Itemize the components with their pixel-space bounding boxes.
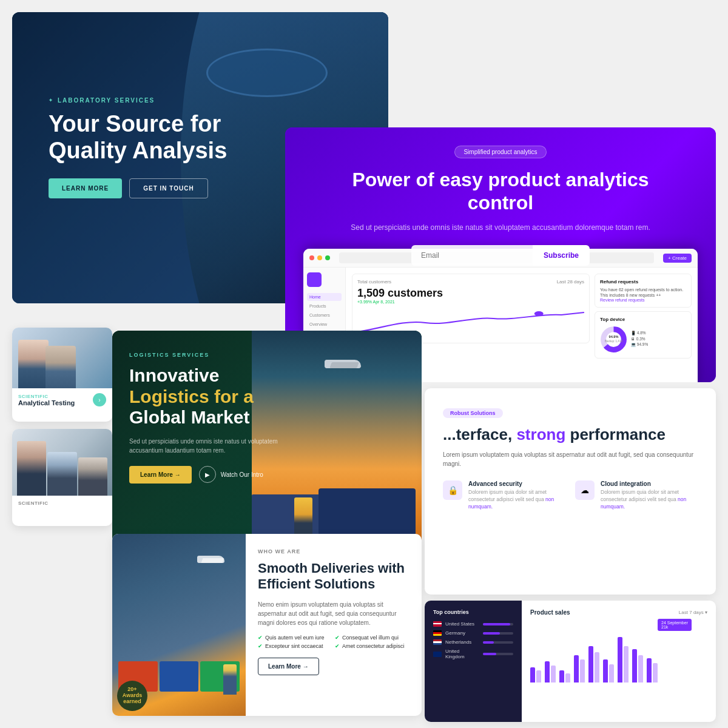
robust-features: 🔒 Advanced security Dolorem ipsum quia d… (443, 480, 698, 511)
country-nl: Netherlands (433, 639, 513, 645)
lab-get-in-touch-button[interactable]: GET IN TOUCH (129, 178, 207, 198)
sci-person2 (46, 346, 76, 388)
bar-light-2 (551, 666, 556, 682)
sales-title: Product sales (530, 609, 570, 616)
svg-text:94.9%: 94.9% (609, 335, 619, 339)
country-de: Germany (433, 630, 513, 636)
scientific-cards-container: SCIENTIFIC Analytical Testing › SCIENTIF… (12, 328, 118, 526)
de-bar-fill (483, 632, 500, 635)
countries-title: Top countries (433, 609, 513, 615)
sci-card-title: Analytical Testing (18, 399, 75, 406)
feature-cloud-content: Cloud integration Dolorem ipsum quia dol… (601, 480, 698, 511)
device-stat-laptop: 💻 94.9% (631, 342, 648, 347)
bar-purple-8 (632, 649, 637, 682)
refund-description: You have 62 open refund requests to acti… (600, 287, 686, 298)
feature-cloud-desc: Dolorem ipsum quia dolor sit amet consec… (601, 489, 698, 511)
sales-bar-chart (530, 622, 707, 682)
feature-cloud-title: Cloud integration (601, 480, 698, 487)
feature-security-title: Advanced security (468, 480, 565, 487)
check-icon-3: ✔ (258, 643, 263, 649)
uk-flag-icon (433, 652, 442, 657)
country-uk-name: United Kingdom (445, 649, 479, 659)
deliveries-title: Smooth Deliveries with Efficient Solutio… (258, 561, 410, 593)
analytics-badge: Simplified product analytics (454, 146, 546, 158)
customers-change: +3.99% Apr 8, 2021 (357, 300, 584, 304)
lab-title-line1: Your Source for (49, 111, 227, 138)
check-item-3: ✔ Excepteur sint occaecat (258, 643, 332, 649)
deliveries-content: WHO WE ARE Smooth Deliveries with Effici… (246, 534, 422, 716)
logistics-watch-button[interactable]: ▶ Watch Our Intro (199, 466, 263, 483)
deliveries-learn-more-button[interactable]: Learn More → (258, 658, 319, 675)
check-item-1: ✔ Quis autem vel eum iure (258, 635, 332, 641)
bar-light-7 (624, 646, 629, 682)
sales-period[interactable]: Last 7 days ▾ (679, 610, 707, 615)
lab-title-line2: Quality Analysis (49, 138, 227, 164)
sci-bottom-image (12, 429, 112, 496)
sci-bottom-footer: SCIENTIFIC (12, 496, 112, 511)
deliveries-checklist: ✔ Quis autem vel eum iure ✔ Consequat ve… (258, 635, 410, 649)
sci-arrow-button[interactable]: › (93, 393, 106, 406)
bar-purple-2 (545, 661, 550, 682)
lab-title: Your Source for Quality Analysis (49, 111, 227, 164)
bar-purple-6 (603, 659, 608, 682)
uk-bar-bg (483, 653, 513, 655)
customers-count: 1,509 customers (357, 287, 584, 300)
logistics-description: Sed ut perspiciatis unde omnis iste natu… (129, 437, 287, 455)
bar-group-4 (574, 655, 585, 682)
analytics-content: Simplified product analytics Power of ea… (285, 146, 716, 266)
lab-content: LABORATORY SERVICES Your Source for Qual… (49, 97, 227, 198)
refund-title: Refund requests (600, 279, 686, 285)
check-icon-1: ✔ (258, 635, 263, 641)
sci-person-a (17, 441, 46, 496)
sidebar-item-products[interactable]: Products (307, 302, 342, 310)
us-bar-fill (483, 623, 510, 625)
check-icon-2: ✔ (335, 635, 340, 641)
robust-description: Lorem ipsum voluptatem quia voluptas sit… (443, 450, 698, 468)
play-icon: ▶ (199, 466, 216, 483)
top-countries-panel: Top countries United States Germany Neth… (425, 601, 522, 722)
badge-label: Awards earned (117, 693, 147, 705)
security-icon: 🔒 (443, 480, 462, 500)
analytics-form: Subscribe (322, 245, 679, 266)
lab-glasses-detail (206, 49, 328, 97)
lab-learn-more-button[interactable]: LEARN MORE (49, 178, 122, 198)
device-stat-desktop: 🖥 0.3% (631, 337, 648, 341)
sidebar-item-customers[interactable]: Customers (307, 311, 342, 319)
bar-group-1 (530, 667, 541, 682)
uk-bar-fill (483, 653, 496, 655)
bar-light-6 (609, 664, 614, 682)
lab-buttons: LEARN MORE GET IN TOUCH (49, 178, 227, 198)
bar-light-1 (536, 670, 541, 682)
watch-label: Watch Our Intro (221, 471, 263, 478)
sidebar-item-home[interactable]: Home (307, 293, 342, 301)
logistics-title-line3: Global Market (129, 407, 249, 427)
bar-group-5 (588, 646, 599, 682)
country-nl-name: Netherlands (445, 639, 479, 645)
deliveries-card: 20+ Awards earned WHO WE ARE Smooth Deli… (112, 534, 422, 716)
analytics-email-input[interactable] (411, 245, 533, 266)
bar-group-2 (545, 661, 556, 682)
analytics-subscribe-button[interactable]: Subscribe (533, 245, 590, 266)
us-flag-icon (433, 621, 442, 627)
de-bar-bg (483, 632, 513, 635)
sci-card-label: SCIENTIFIC (18, 394, 75, 399)
dashboard-logo (307, 272, 322, 287)
analytics-subtitle: Sed ut perspiciatis unde omnis iste natu… (322, 222, 679, 233)
sci-card-footer: SCIENTIFIC Analytical Testing › (12, 388, 112, 411)
us-bar-bg (483, 623, 513, 625)
svg-point-0 (534, 311, 544, 316)
bar-light-8 (638, 655, 643, 682)
bar-light-9 (653, 663, 658, 682)
bar-group-9 (647, 658, 658, 682)
logistics-learn-more-button[interactable]: Learn More → (129, 466, 192, 484)
deliveries-description: Nemo enim ipsum voluptatem quia voluptas… (258, 600, 410, 627)
scientific-card-top: SCIENTIFIC Analytical Testing › (12, 328, 112, 422)
sidebar-item-overview[interactable]: Overview (307, 320, 342, 328)
bar-light-5 (595, 652, 599, 682)
del-worker (223, 664, 237, 695)
del-plane (197, 552, 234, 567)
sci-top-image (12, 328, 112, 388)
country-de-name: Germany (445, 630, 479, 636)
review-refund-link[interactable]: Review refund requests (600, 298, 686, 302)
logistics-title-line2: Logistics for a (129, 386, 254, 406)
